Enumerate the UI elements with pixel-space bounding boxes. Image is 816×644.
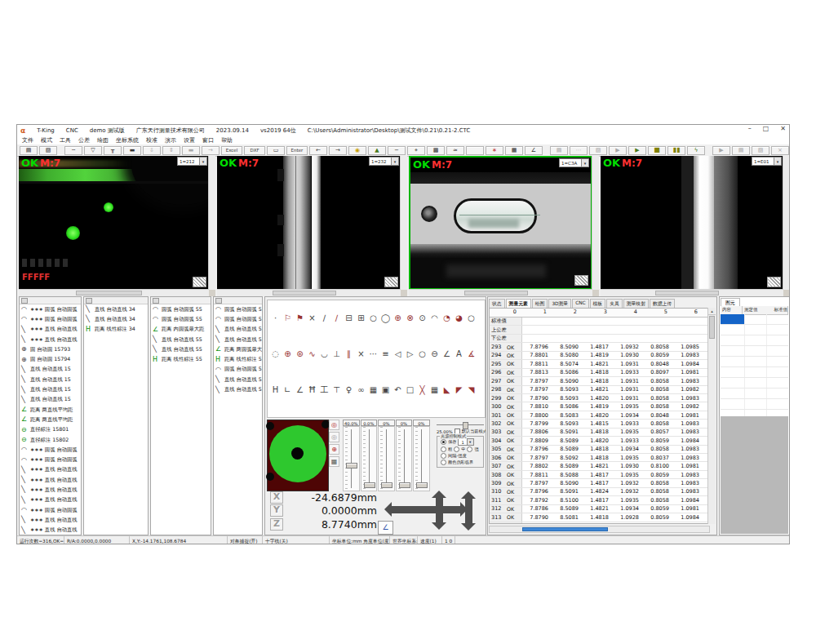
menu-item[interactable]: 绘图: [97, 136, 109, 144]
camera-selector[interactable]: 1=C3A ▾: [559, 158, 589, 167]
hdim-tool-icon[interactable]: H: [271, 386, 280, 394]
list-item[interactable]: ╲ 直线 自动直线 34: [84, 304, 148, 314]
jog-left-right-arrow[interactable]: [392, 506, 460, 513]
tbar-tool-icon[interactable]: ⊤: [332, 386, 341, 394]
element-row[interactable]: [721, 357, 788, 367]
line2-tool-icon[interactable]: ∕: [332, 314, 341, 322]
table-row[interactable]: 294OK 7.8801 8.5080 1.4819 1.0930 0.8059…: [490, 352, 709, 360]
camera-selector[interactable]: 1=E01 ▾: [752, 157, 782, 166]
list-item[interactable]: ◠ 圆弧 自动圆弧 55: [151, 304, 211, 314]
slider-thumb[interactable]: [381, 482, 392, 488]
toolbar-button[interactable]: ▨: [752, 146, 769, 155]
camera-4-hscrollbar[interactable]: [601, 289, 783, 296]
table-row[interactable]: 304OK 7.8809 8.5089 1.4820 1.0933 0.8059…: [490, 437, 709, 445]
element-cell[interactable]: [745, 399, 767, 409]
slider-thumb[interactable]: [399, 482, 410, 488]
channel-select[interactable]: 1 ▾: [458, 438, 473, 446]
toolbar-button[interactable]: ▩: [427, 146, 445, 155]
element-cell[interactable]: [745, 357, 767, 366]
toolbar-button[interactable]: ⋯: [570, 146, 588, 155]
list-item[interactable]: ◠ 圆弧 自动圆弧 55: [214, 365, 262, 375]
toolbar-button[interactable]: [466, 146, 484, 155]
camera-1-vscrollbar[interactable]: [208, 156, 215, 290]
resize-grip-icon[interactable]: [193, 277, 206, 287]
element-cell[interactable]: [745, 367, 767, 377]
table-row[interactable]: 293OK 7.8796 8.5090 1.4817 1.0932 0.8058…: [490, 343, 709, 351]
camera-4-vscrollbar[interactable]: [783, 156, 790, 290]
table-tool-icon[interactable]: ▦: [430, 386, 439, 394]
toolbar-button[interactable]: ▤: [550, 146, 568, 155]
element-cell[interactable]: [721, 325, 745, 335]
toolbar-button[interactable]: [707, 146, 711, 155]
point-tool-icon[interactable]: ·: [271, 314, 280, 322]
parallel-tool-icon[interactable]: ∥: [344, 350, 353, 358]
camera-2-vscrollbar[interactable]: [400, 156, 407, 290]
list-item[interactable]: ╲ ∗∗∗ 直线 自动直线: [20, 526, 81, 535]
toolbar-button[interactable]: ×: [771, 146, 789, 155]
jog-up-down-arrow[interactable]: [436, 498, 443, 522]
light-slider[interactable]: 0%: [396, 420, 413, 491]
table-tab[interactable]: 数据上传: [650, 299, 675, 308]
slot-tool-icon[interactable]: ○: [467, 314, 476, 322]
flag-tool-icon[interactable]: ⚐: [283, 314, 292, 322]
distance-dim-tool-icon[interactable]: Ħ: [308, 386, 317, 394]
table-row[interactable]: 313OK 7.8790 8.5081 1.4818 1.0928 0.8059…: [490, 513, 709, 522]
table-tab[interactable]: 夹具: [606, 299, 623, 308]
table-hscrollbar[interactable]: [489, 526, 710, 533]
element-cell[interactable]: [767, 399, 788, 409]
element-row[interactable]: [721, 378, 788, 389]
list-item[interactable]: ╲ 直线 自动直线 15: [20, 384, 81, 394]
camera-selector[interactable]: 1=232 ▾: [369, 157, 399, 166]
list-item[interactable]: ╲ ∗∗∗ 直线 自动直线: [20, 495, 81, 505]
element-row[interactable]: [721, 335, 788, 346]
camera-selector[interactable]: 1=212 ▾: [177, 157, 207, 166]
slider-thumb[interactable]: [416, 482, 428, 488]
table-row[interactable]: 310OK 7.8796 8.5091 1.4824 1.0932 0.8058…: [490, 488, 709, 496]
text-tool-icon[interactable]: A: [455, 350, 463, 358]
table-row[interactable]: 314OK 7.8804 8.5088 1.4820 1.0931 0.8069…: [490, 522, 709, 525]
camera-3-hscrollbar[interactable]: [409, 289, 592, 296]
wave-tool-icon[interactable]: ∿: [308, 350, 317, 358]
keyboard-tool-icon[interactable]: ▦: [369, 386, 378, 394]
element-row[interactable]: [721, 389, 788, 399]
table-row[interactable]: 311OK 7.8792 8.5100 1.4817 1.0935 0.8058…: [490, 496, 709, 504]
flag2-tool-icon[interactable]: ⚑: [295, 314, 304, 322]
list-item[interactable]: ╲ 直线 自动直线 55: [214, 335, 262, 344]
element-cell[interactable]: [745, 314, 767, 324]
list-item[interactable]: H 距离 线性标注 55: [151, 354, 211, 364]
element-row[interactable]: [721, 314, 788, 325]
minimize-button[interactable]: –: [748, 125, 752, 132]
list-item[interactable]: ⊕ 圆 自动圆 15793: [20, 344, 81, 354]
circle-dot-tool-icon[interactable]: ⊙: [418, 314, 427, 322]
angle-dim-tool-icon[interactable]: ∠: [295, 386, 304, 394]
table-row[interactable]: 308OK 7.8811 8.5088 1.4817 1.0935 0.8059…: [490, 471, 709, 479]
pie-tool-icon[interactable]: ◔: [442, 314, 451, 322]
points-tool-icon[interactable]: ⋯: [369, 350, 378, 358]
table-row[interactable]: 306OK 7.8797 8.5092 1.4818 1.0935 0.8037…: [490, 454, 709, 462]
table-row[interactable]: 300OK 7.8810 8.5086 1.4819 1.0935 0.8058…: [490, 402, 709, 411]
cross-tool-icon[interactable]: ×: [308, 314, 317, 322]
intersect-tool-icon[interactable]: ×: [357, 350, 366, 358]
symmetry-tool-icon[interactable]: ▷: [406, 350, 415, 358]
element-cell[interactable]: [745, 378, 767, 388]
element-cell[interactable]: [721, 367, 745, 377]
arc-open-tool-icon[interactable]: ◡: [320, 350, 329, 358]
menu-item[interactable]: 校准: [146, 136, 157, 144]
toolbar-button[interactable]: ▶: [712, 146, 730, 155]
table-tab[interactable]: 状态: [489, 299, 505, 308]
angle2-tool-icon[interactable]: ∡: [467, 350, 476, 358]
selected-cell[interactable]: [721, 314, 745, 324]
toolbar-button[interactable]: ⌖: [407, 146, 425, 155]
target-circle-tool-icon[interactable]: ⊛: [295, 350, 304, 358]
element-cell[interactable]: [745, 335, 767, 345]
light-slider[interactable]: 40.0%: [343, 420, 360, 491]
list-item[interactable]: H 距离 线性标注 55: [214, 354, 262, 364]
table-tab[interactable]: CNC: [572, 299, 588, 308]
tri2-tool-icon[interactable]: ◤: [455, 386, 463, 394]
element-cell[interactable]: [745, 325, 767, 335]
toolbar-button[interactable]: ▬: [123, 146, 141, 155]
resize-grip-icon[interactable]: [574, 275, 588, 286]
element-cell[interactable]: [721, 357, 745, 366]
table-row[interactable]: 296OK 7.8813 8.5086 1.4818 1.0933 0.8097…: [490, 369, 709, 377]
copy-tool-icon[interactable]: ▣: [381, 386, 390, 394]
